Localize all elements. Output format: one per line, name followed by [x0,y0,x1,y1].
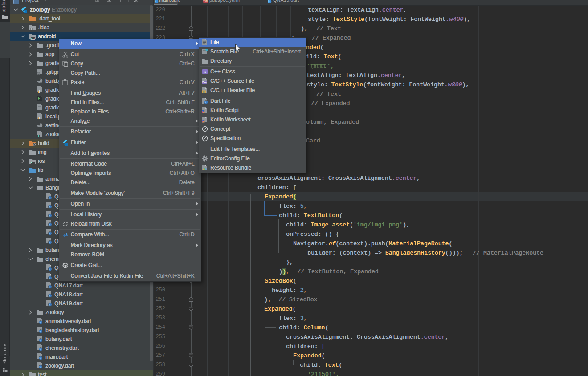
svg-text:H: H [203,90,204,93]
svg-text:C++: C++ [202,81,206,84]
svg-text:S: S [204,70,206,74]
svg-text:YML: YML [203,0,208,3]
